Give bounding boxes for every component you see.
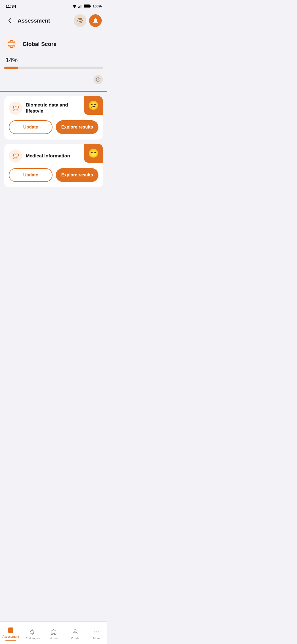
settings-button[interactable] xyxy=(74,14,86,27)
svg-rect-1 xyxy=(79,6,80,8)
svg-rect-5 xyxy=(90,6,91,7)
biometric-card-buttons: Update Explore results xyxy=(9,120,98,134)
global-score-title: Global Score xyxy=(23,41,56,47)
page-title: Assessment xyxy=(18,18,50,24)
status-bar: 11:34 100% xyxy=(0,0,107,12)
biometric-card-title: Biometric data and lifestyle xyxy=(26,102,81,114)
svg-rect-2 xyxy=(81,5,81,8)
score-percent: 14% xyxy=(4,57,103,64)
bell-icon xyxy=(92,17,99,24)
medical-card-icon xyxy=(9,149,22,163)
cards-section: 😕 Biometric data and lifestyle xyxy=(0,92,107,196)
globe-icon xyxy=(4,37,19,51)
header-actions xyxy=(74,14,102,27)
history-icon-wrap xyxy=(4,75,103,84)
progress-bar-container xyxy=(4,67,103,69)
progress-bar-fill xyxy=(4,67,18,69)
svg-rect-6 xyxy=(84,5,90,7)
medical-icon-svg xyxy=(12,152,19,160)
battery-icon xyxy=(84,4,91,8)
medical-update-button[interactable]: Update xyxy=(9,168,53,182)
biometric-icon-svg xyxy=(12,104,19,112)
medical-card-title: Medical Information xyxy=(26,153,70,159)
globe-svg xyxy=(7,40,16,48)
settings-icon xyxy=(77,17,83,24)
history-icon-svg xyxy=(96,77,101,82)
status-icons: 100% xyxy=(72,4,102,8)
back-button[interactable] xyxy=(6,16,14,25)
svg-rect-0 xyxy=(78,7,79,8)
biometric-card-icon xyxy=(9,102,22,115)
medical-card-buttons: Update Explore results xyxy=(9,168,98,182)
battery-percent: 100% xyxy=(93,4,102,8)
status-time: 11:34 xyxy=(6,4,16,9)
biometric-explore-button[interactable]: Explore results xyxy=(56,120,98,134)
biometric-card-header-left: Biometric data and lifestyle xyxy=(9,102,81,115)
biometric-emoji-badge: 😕 xyxy=(84,96,103,115)
biometric-update-button[interactable]: Update xyxy=(9,120,53,134)
medical-emoji-badge: 😐 xyxy=(84,144,103,163)
svg-rect-3 xyxy=(82,4,82,8)
wifi-icon xyxy=(72,4,77,8)
medical-card: 😐 Medical Information Update xyxy=(4,144,103,187)
notification-button[interactable] xyxy=(89,14,102,27)
header: Assessment xyxy=(0,12,107,31)
medical-explore-button[interactable]: Explore results xyxy=(56,168,98,182)
signal-icon xyxy=(78,4,82,8)
back-arrow-icon xyxy=(8,18,12,24)
history-button[interactable] xyxy=(94,75,103,84)
header-left: Assessment xyxy=(6,16,50,25)
global-score-card: Global Score 14% xyxy=(0,31,107,89)
biometric-card: 😕 Biometric data and lifestyle xyxy=(4,96,103,140)
medical-card-header-left: Medical Information xyxy=(9,149,70,163)
global-score-header: Global Score xyxy=(4,37,103,51)
